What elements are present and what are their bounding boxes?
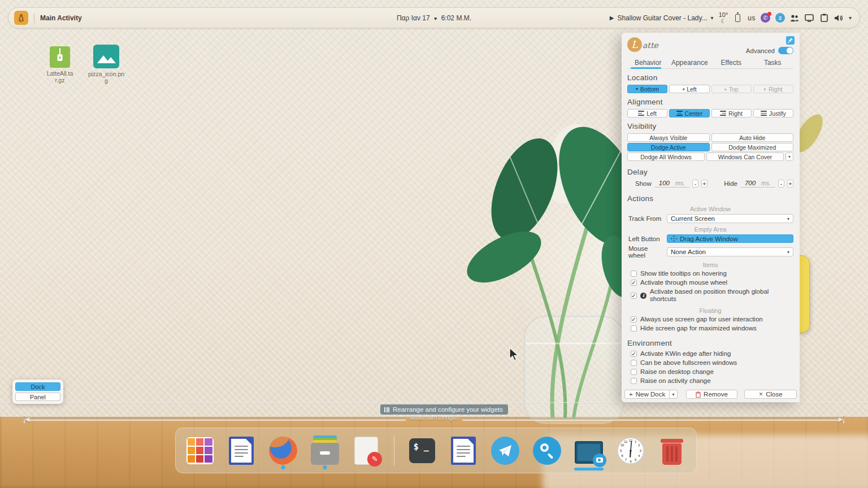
maximum-length-slider[interactable]: ◀ Maximum Length ▶ — [24, 416, 844, 423]
moon-icon: ☾ — [721, 18, 726, 24]
dock-item-telegram[interactable] — [491, 432, 519, 469]
media-caret-icon[interactable]: ▾ — [711, 15, 714, 21]
align-center-icon — [676, 111, 683, 116]
align-justify-button[interactable]: Justify — [753, 109, 793, 117]
desktop-icon-archive[interactable]: LatteAll.tar.gz — [40, 46, 80, 84]
volume-icon[interactable] — [834, 13, 844, 23]
windows-can-cover-button[interactable]: Windows Can Cover — [706, 152, 784, 161]
checkbox-row-kwin-edge[interactable]: ✓ Activate KWin edge after hiding — [631, 350, 793, 358]
hide-delay-value-box[interactable]: 700 ms. — [740, 180, 775, 188]
auto-hide-button[interactable]: Auto Hide — [711, 133, 794, 142]
track-from-combobox[interactable]: Current Screen ▾ — [667, 214, 793, 223]
arrow-right-icon: ▶ — [839, 416, 843, 423]
checkbox-label: Raise on activity change — [640, 377, 711, 385]
alignment-title: Alignment — [627, 98, 793, 106]
hide-delay-plus-button[interactable]: + — [787, 180, 793, 188]
desktop-icon-image[interactable]: pizza_icon.png — [86, 45, 126, 84]
left-button-action[interactable]: Drag Active Window — [667, 234, 793, 243]
dock-item-document[interactable] — [449, 432, 477, 469]
new-dock-button[interactable]: + New Dock — [624, 390, 670, 399]
dock-item-screenshot[interactable] — [575, 432, 603, 469]
viber-icon[interactable]: ✆ — [761, 13, 770, 23]
tab-effects[interactable]: Effects — [710, 58, 752, 68]
align-center-button[interactable]: Center — [669, 109, 709, 117]
dock-item-app-launcher[interactable] — [186, 432, 214, 469]
checkbox-unchecked[interactable] — [631, 271, 637, 277]
mouse-wheel-combobox[interactable]: None Action ▾ — [667, 247, 793, 256]
tab-appearance[interactable]: Appearance — [669, 58, 711, 68]
checkbox-row-tooltips[interactable]: Show title tooltips on hovering — [631, 270, 793, 277]
activity-label[interactable]: Main Activity — [40, 14, 82, 22]
panel-type-button[interactable]: Panel — [15, 393, 60, 401]
tab-tasks[interactable]: Tasks — [752, 58, 794, 68]
dock-item-editor[interactable]: ✎ — [353, 432, 380, 469]
dodge-active-button[interactable]: Dodge Active — [627, 143, 710, 151]
align-right-button[interactable]: Right — [711, 109, 752, 117]
checkbox-checked[interactable]: ✓ — [631, 280, 637, 286]
checkbox-unchecked[interactable] — [631, 360, 637, 366]
show-delay-value-box[interactable]: 100 ms. — [654, 180, 689, 188]
checkbox-row-activity-change[interactable]: Raise on activity change — [631, 377, 793, 385]
svg-text:3: 3 — [639, 448, 641, 452]
location-left-button[interactable]: ◂Left — [669, 85, 709, 93]
tab-behavior[interactable]: Behavior — [627, 58, 669, 68]
align-left-button[interactable]: Left — [627, 109, 667, 117]
media-player-widget[interactable]: ▶ Shallow Guitar Cover - Lady... ▾ — [610, 14, 714, 22]
checkbox-row-global-shortcuts[interactable]: ✓ i Activate based on position through g… — [631, 288, 793, 303]
slider-track-right[interactable] — [462, 419, 838, 420]
clipboard-icon[interactable] — [819, 13, 829, 23]
checkbox-unchecked[interactable] — [631, 325, 637, 332]
latte-menu-icon[interactable] — [14, 11, 28, 25]
dodge-maximized-button[interactable]: Dodge Maximized — [711, 143, 794, 151]
dock-item-search[interactable] — [533, 432, 561, 469]
location-right-button[interactable]: ▸Right — [753, 85, 793, 93]
advanced-toggle[interactable] — [778, 47, 793, 54]
checkbox-checked[interactable]: ✓ — [631, 316, 637, 323]
display-icon[interactable] — [805, 13, 814, 23]
pin-window-button[interactable] — [786, 36, 795, 45]
always-visible-button[interactable]: Always Visible — [627, 133, 710, 142]
dock-item-trash[interactable] — [658, 432, 686, 469]
checkbox-unchecked[interactable] — [631, 378, 637, 384]
hide-delay-value[interactable]: 700 — [745, 180, 756, 186]
battery-icon[interactable] — [733, 13, 743, 23]
dock-item-clock[interactable]: 1212 345 678 91011 — [617, 432, 645, 469]
svg-text:2: 2 — [638, 443, 640, 446]
weather-widget[interactable]: 10° ☾ — [719, 12, 728, 24]
play-icon[interactable]: ▶ — [610, 15, 614, 21]
checkbox-checked[interactable]: ✓ — [631, 293, 637, 299]
windows-can-cover-dropdown[interactable]: ▾ — [785, 152, 793, 161]
close-button[interactable]: ✕ Close — [744, 390, 797, 399]
dock-type-button[interactable]: Dock — [15, 382, 60, 391]
slider-right-handle[interactable]: ▶ — [839, 416, 844, 423]
desktop: Main Activity Παρ Ιαν 17 ♥ 6:02 Μ.Μ. ▶ S… — [0, 0, 868, 488]
dock-item-firefox[interactable] — [269, 432, 297, 469]
slider-track-left[interactable] — [29, 419, 405, 420]
show-delay-plus-button[interactable]: + — [701, 180, 708, 188]
new-dock-dropdown[interactable]: ▾ — [670, 390, 677, 399]
svg-text:12: 12 — [628, 438, 632, 442]
slider-left-handle[interactable]: ◀ — [24, 416, 29, 423]
chevron-down-icon: ▾ — [788, 154, 791, 159]
location-top-button[interactable]: ▴Top — [711, 85, 752, 93]
dodge-all-windows-button[interactable]: Dodge All Windows — [627, 152, 705, 161]
dock-item-writer[interactable] — [227, 432, 255, 469]
checkbox-row-mouse-wheel[interactable]: ✓ Activate through mouse wheel — [631, 279, 793, 286]
dock-item-terminal[interactable]: $ _ — [408, 432, 436, 469]
telegram-tray-icon[interactable]: 2 — [775, 13, 785, 23]
checkbox-unchecked[interactable] — [631, 369, 637, 375]
checkbox-row-fullscreen[interactable]: Can be above fullscreen windows — [631, 359, 793, 367]
checkbox-checked[interactable]: ✓ — [631, 351, 637, 357]
tray-expander-icon[interactable]: ▾ — [849, 15, 852, 21]
keyboard-layout[interactable]: us — [748, 14, 756, 22]
remove-button[interactable]: Remove — [686, 390, 738, 399]
location-bottom-button[interactable]: ▾Bottom — [627, 85, 667, 93]
show-delay-value[interactable]: 100 — [659, 180, 670, 186]
dock-item-files[interactable] — [311, 432, 339, 469]
checkbox-row-hide-gap[interactable]: Hide screen gap for maximized windows — [631, 325, 793, 332]
show-delay-minus-button[interactable]: - — [692, 180, 698, 188]
checkbox-row-screen-gap[interactable]: ✓ Always use screen gap for user interac… — [631, 316, 793, 323]
contacts-icon[interactable] — [790, 13, 800, 23]
checkbox-row-desktop-change[interactable]: Raise on desktop change — [631, 368, 793, 376]
hide-delay-minus-button[interactable]: - — [778, 180, 784, 188]
